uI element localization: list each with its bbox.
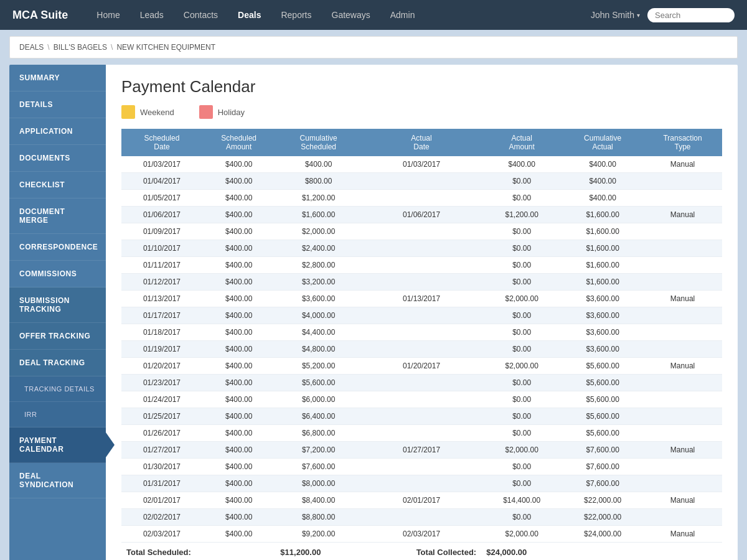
search-wrapper [647,8,735,22]
table-row: 01/10/2017$400.00$2,400.00$0.00$1,600.00 [121,240,722,257]
nav-contacts[interactable]: Contacts [174,0,228,30]
legend-holiday-color [199,105,213,119]
table-row: 01/23/2017$400.00$5,600.00$0.00$5,600.00 [121,375,722,391]
legend-weekend-label: Weekend [140,108,174,117]
nav-deals[interactable]: Deals [228,0,271,30]
table-row: 01/30/2017$400.00$7,600.00$0.00$7,600.00 [121,459,722,475]
content-area: Payment Calendar Weekend Holiday Schedul… [106,65,738,560]
sidebar-item-commissions[interactable]: COMMISSIONS [9,261,106,287]
legend-holiday: Holiday [199,105,245,119]
table-row: 02/02/2017$400.00$8,800.00$0.00$22,000.0… [121,509,722,526]
legend-weekend: Weekend [121,105,174,119]
col-header-sched-date: ScheduledDate [121,129,202,156]
sidebar-item-submission-tracking[interactable]: SUBMISSION TRACKING [9,287,106,323]
col-header-actual-date: ActualDate [362,129,481,156]
sidebar-item-correspondence[interactable]: CORRESPONDENCE [9,234,106,261]
page-title: Payment Calendar [121,77,722,96]
nav-links: Home Leads Contacts Deals Reports Gatewa… [87,0,591,30]
table-row: 01/19/2017$400.00$4,800.00$0.00$3,600.00 [121,341,722,358]
table-row: 01/09/2017$400.00$2,000.00$0.00$1,600.00 [121,223,722,240]
sidebar-item-checklist[interactable]: CHECKLIST [9,172,106,198]
nav-home[interactable]: Home [87,0,129,30]
nav-reports[interactable]: Reports [271,0,321,30]
table-row: 02/01/2017$400.00$8,400.0002/01/2017$14,… [121,492,722,509]
table-row: 01/25/2017$400.00$6,400.00$0.00$5,600.00 [121,408,722,425]
nav-admin[interactable]: Admin [380,0,425,30]
legend: Weekend Holiday [121,105,722,119]
table-row: 01/31/2017$400.00$8,000.00$0.00$7,600.00 [121,475,722,492]
active-arrow [106,432,115,457]
breadcrumb: DEALS \ BILL'S BAGELS \ NEW KITCHEN EQUI… [9,36,738,58]
sidebar-item-irr[interactable]: IRR [9,402,106,427]
search-input[interactable] [647,8,735,22]
sidebar-item-offer-tracking[interactable]: OFFER TRACKING [9,323,106,350]
table-row: 02/03/2017$400.00$9,200.0002/03/2017$2,0… [121,526,722,543]
nav-gateways[interactable]: Gateways [322,0,380,30]
legend-weekend-color [121,105,135,119]
table-row: 01/12/2017$400.00$3,200.00$0.00$1,600.00 [121,274,722,291]
sidebar-item-application[interactable]: APPLICATION [9,118,106,145]
total-collected-label: Total Collected: [362,543,481,561]
total-scheduled-label: Total Scheduled: [121,543,275,561]
table-row: 01/26/2017$400.00$6,800.00$0.00$5,600.00 [121,425,722,442]
nav-leads[interactable]: Leads [130,0,174,30]
sidebar-item-details[interactable]: DETAILS [9,91,106,118]
col-header-trans-type: TransactionType [643,129,722,156]
sidebar-item-payment-calendar[interactable]: PAYMENT CALENDAR [9,427,106,463]
col-header-cum-sched: CumulativeScheduled [275,129,362,156]
col-header-actual-amt: ActualAmount [481,129,562,156]
sidebar-item-document-merge[interactable]: DOCUMENT MERGE [9,198,106,234]
breadcrumb-bills-bagels[interactable]: BILL'S BAGELS [54,43,107,52]
col-header-sched-amt: ScheduledAmount [202,129,275,156]
legend-holiday-label: Holiday [218,108,245,117]
breadcrumb-new-kitchen[interactable]: NEW KITCHEN EQUIPMENT [116,43,215,52]
user-menu[interactable]: John Smith [591,10,640,20]
top-navigation: MCA Suite Home Leads Contacts Deals Repo… [0,0,747,30]
table-row: 01/04/2017$400.00$800.00$0.00$400.00 [121,173,722,190]
table-row: 01/03/2017$400.00$400.0001/03/2017$400.0… [121,156,722,173]
nav-right: John Smith [591,8,735,22]
table-row: 01/18/2017$400.00$4,400.00$0.00$3,600.00 [121,324,722,341]
col-header-cum-actual: CumulativeActual [562,129,643,156]
sidebar-item-payment-calendar-label: PAYMENT CALENDAR [9,427,106,462]
table-row: 01/06/2017$400.00$1,600.0001/06/2017$1,2… [121,207,722,223]
sidebar-item-tracking-details[interactable]: TRACKING DETAILS [9,376,106,402]
table-row: 01/20/2017$400.00$5,200.0001/20/2017$2,0… [121,358,722,375]
sidebar-item-summary[interactable]: SUMMARY [9,65,106,91]
sidebar-item-deal-syndication[interactable]: DEAL SYNDICATION [9,463,106,498]
brand-logo: MCA Suite [12,9,68,22]
table-row: 01/13/2017$400.00$3,600.0001/13/2017$2,0… [121,291,722,307]
total-scheduled-value: $11,200.00 [275,543,362,561]
table-row: 01/17/2017$400.00$4,000.00$0.00$3,600.00 [121,307,722,324]
table-row: 01/11/2017$400.00$2,800.00$0.00$1,600.00 [121,257,722,274]
sidebar-item-deal-tracking[interactable]: DEAL TRACKING [9,350,106,376]
breadcrumb-deals[interactable]: DEALS [19,43,44,52]
payment-calendar-table: ScheduledDate ScheduledAmount Cumulative… [121,129,722,560]
total-collected-value: $24,000.00 [481,543,722,561]
main-layout: SUMMARY DETAILS APPLICATION DOCUMENTS CH… [9,65,738,560]
sidebar: SUMMARY DETAILS APPLICATION DOCUMENTS CH… [9,65,106,560]
table-row: 01/27/2017$400.00$7,200.0001/27/2017$2,0… [121,442,722,459]
table-row: 01/05/2017$400.00$1,200.00$0.00$400.00 [121,190,722,207]
sidebar-item-documents[interactable]: DOCUMENTS [9,145,106,172]
table-row: 01/24/2017$400.00$6,000.00$0.00$5,600.00 [121,391,722,408]
